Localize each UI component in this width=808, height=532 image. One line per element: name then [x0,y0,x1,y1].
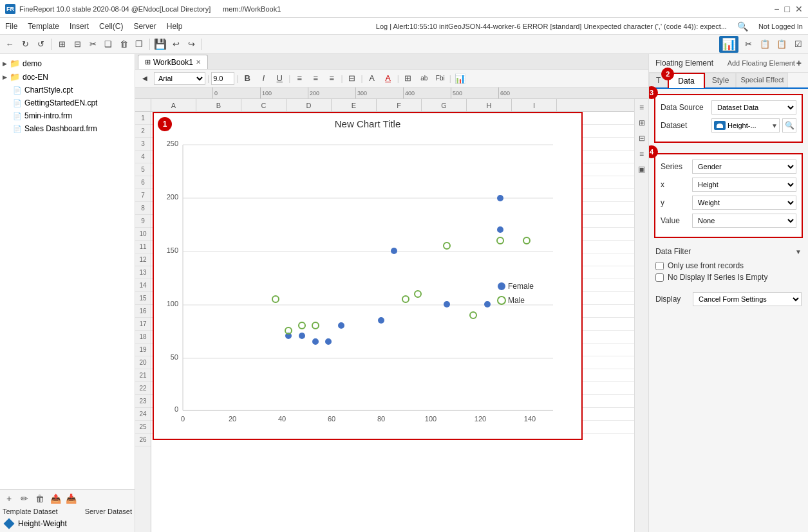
chart-container[interactable]: 1 New Chart Title 250 200 150 100 50 0 [153,112,583,440]
front-records-checkbox[interactable] [655,262,664,270]
maximize-button[interactable]: □ [785,4,790,14]
male-point-1 [272,296,279,302]
tb-right3[interactable]: 📋 [775,37,789,51]
menu-file[interactable]: File [5,22,17,31]
menu-template[interactable]: Template [28,22,59,31]
menu-insert[interactable]: Insert [70,22,89,31]
dataset-actions: + ✏ 🗑 📤 📥 [3,492,77,505]
delete-button[interactable]: 🗑 [117,37,131,51]
col-i: I [512,99,557,111]
bold-button[interactable]: B [240,71,254,86]
tree-gettingstarted[interactable]: 📄 GettingStartedEN.cpt [0,96,135,109]
dataset-height-weight[interactable]: Height-Weight [3,518,132,529]
v-icon-2[interactable]: ⊞ [636,117,648,129]
menu-server[interactable]: Server [133,22,156,31]
align-center-button[interactable]: ≡ [308,71,323,86]
search-icon[interactable]: 🔍 [737,21,748,32]
tab-style[interactable]: Style [705,73,737,87]
dataset-search-button[interactable]: 🔍 [782,118,796,133]
row-11: 11 [135,241,151,253]
value-select[interactable]: None [692,214,796,228]
logo-icon: FR [5,4,15,14]
tab-close-button[interactable]: ✕ [196,59,201,66]
menu-help[interactable]: Help [167,22,183,31]
v-icon-5[interactable]: ▣ [636,163,648,175]
font-family-select[interactable]: Arial [154,72,205,85]
display-select[interactable]: Cancel Form Settings [693,292,802,306]
menu-cell[interactable]: Cell(C) [99,22,123,31]
left-sidebar: ▶ 📁 demo ▶ 📁 doc-EN 📄 ChartStyle.cpt 📄 G… [0,54,135,532]
paste-button[interactable]: ⊟ [70,37,84,51]
col-g: G [422,99,467,111]
save-button[interactable]: 💾 [153,37,167,51]
tree-doc-en[interactable]: ▶ 📁 doc-EN [0,70,135,84]
cut-button[interactable]: ✂ [86,37,100,51]
italic-button[interactable]: I [256,71,270,86]
panel-tabs: T Data 2 Style Special Effect [649,73,808,89]
nav-left-icon[interactable]: ◀ [138,71,152,86]
tb-right4[interactable]: ☑ [791,37,805,51]
ab-button[interactable]: ab [417,71,431,86]
y-label: y [661,198,690,207]
female-point-7 [391,248,397,254]
workbook-tab[interactable]: ⊞ WorkBook1 ✕ [138,55,208,69]
col-e: E [332,99,377,111]
back-button[interactable]: ← [3,37,17,51]
formula-button[interactable]: Fbi [433,71,447,86]
front-records-label: Only use front records [668,261,744,270]
border-button[interactable]: ⊟ [345,71,359,86]
font-color-button[interactable]: A [381,71,395,86]
series-select[interactable]: Gender [692,160,796,174]
delete-dataset-button[interactable]: 🗑 [33,492,46,505]
dataset-row: Dataset Height-... ▼ 🔍 [661,118,796,133]
font-size-input[interactable] [211,72,234,85]
col-c: C [241,99,287,111]
legend-male-label: Male [508,296,525,305]
svg-text:50: 50 [171,353,178,361]
clone-button[interactable]: ❑ [101,37,115,51]
row-26: 26 [135,434,151,446]
v-icon-4[interactable]: ≡ [636,148,648,160]
add-dataset-button[interactable]: + [3,492,15,505]
no-display-checkbox[interactable] [655,273,664,282]
chart-button[interactable]: 📊 [453,71,467,86]
fill-color-button[interactable]: A [365,71,379,86]
align-right-button[interactable]: ≡ [324,71,339,86]
close-button[interactable]: ✕ [795,4,803,14]
minimize-button[interactable]: − [774,4,779,14]
col-d: D [287,99,332,111]
vertical-icons: ≡ ⊞ ⊟ ≡ ▣ [634,99,648,532]
tree-demo[interactable]: ▶ 📁 demo [0,57,135,70]
data-source-select[interactable]: Dataset Data [711,100,796,115]
align-left-button[interactable]: ≡ [292,71,306,86]
y-select[interactable]: Weight [692,196,796,210]
redo2-button[interactable]: ↪ [184,37,198,51]
female-point-10 [497,226,503,233]
import-dataset-button[interactable]: 📥 [64,492,77,505]
forward-button[interactable]: ↻ [18,37,32,51]
export-dataset-button[interactable]: 📤 [49,492,62,505]
preview-icon[interactable]: 📊 [719,36,738,53]
v-icon-1[interactable]: ≡ [636,102,648,113]
data-source-label: Data Source [661,103,709,112]
underline-button[interactable]: U [272,71,287,86]
tree-chartstyle[interactable]: 📄 ChartStyle.cpt [0,84,135,96]
tab-special-effect[interactable]: Special Effect [736,73,788,87]
edit-dataset-button[interactable]: ✏ [18,492,31,505]
x-label: x [661,180,690,189]
merge-button[interactable]: ⊞ [401,71,415,86]
tb-right2[interactable]: 📋 [758,37,772,51]
copy2-button[interactable]: ❐ [132,37,146,51]
tree-sales[interactable]: 📄 Sales Dashboard.frm [0,122,135,135]
x-select[interactable]: Height [692,178,796,192]
undo-button[interactable]: ↩ [169,37,183,51]
display-row: Display Cancel Form Settings [649,288,808,310]
tb-right1[interactable]: ✂ [741,37,755,51]
tree-5min[interactable]: 📄 5min-intro.frm [0,109,135,122]
copy-button[interactable]: ⊞ [55,37,69,51]
redo-button[interactable]: ↺ [33,37,48,51]
add-floating-element-button[interactable]: Add Floating Element + [728,58,802,68]
v-icon-3[interactable]: ⊟ [636,133,648,144]
sheet-area: 1 2 3 4 5 6 7 8 9 10 11 12 13 14 15 16 1 [135,99,648,532]
plus-icon: + [796,58,802,68]
